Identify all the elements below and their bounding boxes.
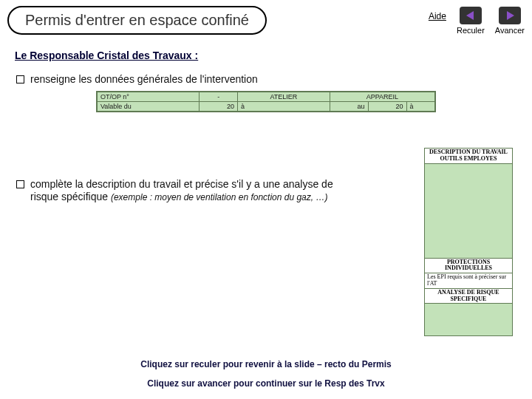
- cell-dash: -: [200, 92, 238, 101]
- side-form-panel: DESCRIPTION DU TRAVAIL OUTILS EMPLOYES P…: [424, 148, 513, 336]
- page-title: Permis d'entrer en espace confiné: [7, 6, 267, 35]
- panel-protections-text: Les EPI requis sont à préciser sur l'AT: [424, 273, 513, 289]
- svg-marker-0: [466, 11, 474, 20]
- back-label: Reculer: [457, 26, 485, 35]
- help-link[interactable]: Aide: [429, 7, 446, 21]
- svg-marker-1: [507, 11, 514, 20]
- panel-protections-header: PROTECTIONS INDIVIDUELLES: [424, 259, 513, 274]
- panel-description-body: [424, 164, 513, 259]
- panel-analysis-body: [424, 304, 513, 336]
- bullet-1: renseigne les données générales de l'int…: [16, 73, 334, 86]
- panel-head-line2: OUTILS EMPLOYES: [426, 156, 511, 163]
- forward-label: Avancer: [495, 26, 525, 35]
- triangle-left-icon: [460, 7, 482, 24]
- cell-otop: OT/OP n°: [98, 92, 200, 101]
- bullet-2-text: complète la description du travail et pr…: [30, 178, 334, 204]
- back-button[interactable]: Reculer: [457, 7, 485, 35]
- header-bar: Permis d'entrer en espace confiné Aide R…: [0, 0, 532, 38]
- cell-valable: Valable du: [98, 101, 200, 111]
- checkbox-icon: [16, 180, 24, 188]
- bullet-2: complète la description du travail et pr…: [16, 178, 334, 204]
- footer-hints: Cliquez sur reculer pour revenir à la sl…: [0, 359, 532, 389]
- forward-button[interactable]: Avancer: [495, 7, 525, 35]
- cell-20b: 20: [368, 101, 406, 111]
- cell-20a: 20: [200, 101, 238, 111]
- cell-a1: à: [238, 101, 330, 111]
- table-row: OT/OP n° - ATELIER APPAREIL: [98, 92, 435, 101]
- header-controls: Aide Reculer Avancer: [429, 7, 525, 35]
- bullet-1-text: renseigne les données générales de l'int…: [30, 73, 258, 86]
- cell-appareil: APPAREIL: [330, 92, 434, 101]
- cell-a2: à: [406, 101, 434, 111]
- triangle-right-icon: [499, 7, 521, 24]
- checkbox-icon: [16, 75, 24, 83]
- section-heading: Le Responsable Cristal des Travaux :: [15, 50, 517, 61]
- form-header-strip: OT/OP n° - ATELIER APPAREIL Valable du 2…: [96, 91, 436, 112]
- cell-atelier: ATELIER: [238, 92, 330, 101]
- footer-line-2: Cliquez sur avancer pour continuer sur l…: [0, 378, 532, 389]
- panel-analysis-header: ANALYSE DE RISQUE SPECIFIQUE: [424, 289, 513, 304]
- table-row: Valable du 20 à au 20 à: [98, 101, 435, 111]
- cell-au: au: [330, 101, 368, 111]
- bullet-2-example: (exemple : moyen de ventilation en fonct…: [111, 192, 328, 202]
- footer-line-1: Cliquez sur reculer pour revenir à la sl…: [0, 359, 532, 369]
- panel-description-header: DESCRIPTION DU TRAVAIL OUTILS EMPLOYES: [424, 148, 513, 164]
